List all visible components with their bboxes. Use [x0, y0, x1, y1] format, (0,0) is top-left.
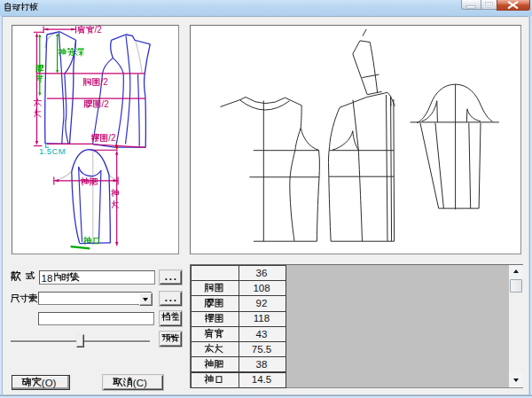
svg-text:/2: /2 [108, 133, 116, 143]
svg-text:/2: /2 [101, 99, 109, 109]
svg-text:(O): (O) [42, 378, 57, 388]
svg-text:14.5: 14.5 [252, 374, 271, 385]
svg-text:118: 118 [254, 313, 270, 324]
svg-text:/2: /2 [101, 77, 109, 87]
svg-text:108: 108 [253, 283, 270, 293]
svg-text:1.5CM: 1.5CM [39, 146, 66, 156]
svg-text:18: 18 [42, 273, 53, 284]
svg-text:43: 43 [256, 329, 268, 339]
svg-text:(C): (C) [133, 378, 147, 388]
svg-text:/2: /2 [95, 25, 103, 35]
svg-text:38: 38 [256, 359, 268, 370]
svg-text:92: 92 [256, 298, 268, 308]
svg-text:75.5: 75.5 [252, 344, 271, 355]
svg-text:36: 36 [256, 268, 268, 278]
